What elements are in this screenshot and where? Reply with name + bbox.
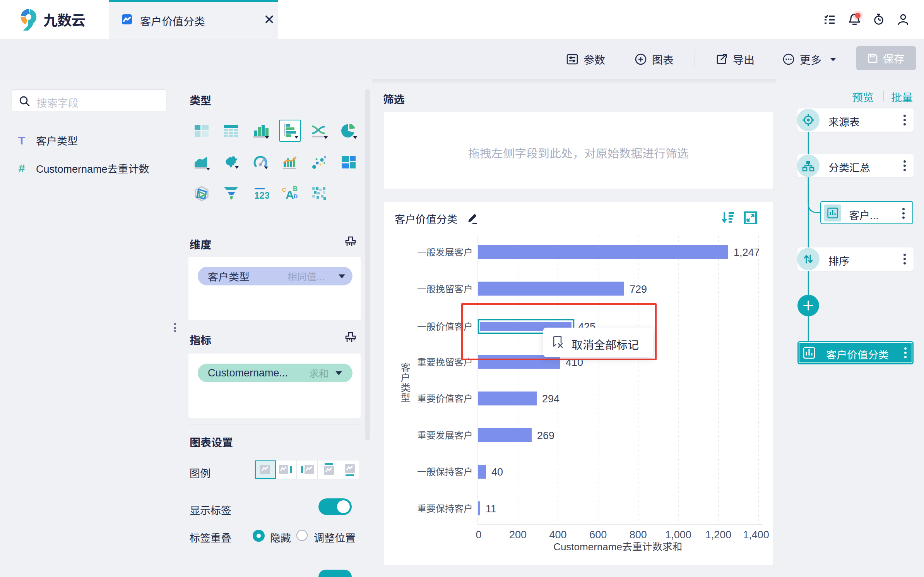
svg-text:1,247: 1,247	[734, 247, 760, 258]
svg-text:600: 600	[589, 529, 607, 541]
svg-text:Customername去重计数求和: Customername去重计数求和	[553, 541, 683, 553]
svg-text:类: 类	[400, 382, 410, 393]
svg-text:客: 客	[400, 362, 410, 373]
svg-text:400: 400	[549, 529, 567, 541]
svg-text:294: 294	[542, 393, 560, 405]
svg-text:重要发展客户: 重要发展客户	[417, 430, 473, 441]
svg-text:40: 40	[491, 466, 503, 478]
svg-text:0: 0	[476, 529, 481, 541]
svg-text:一般挽留客户: 一般挽留客户	[417, 284, 473, 294]
svg-text:123: 123	[254, 190, 269, 201]
svg-text:D: D	[294, 193, 298, 199]
svg-text:重要保持客户: 重要保持客户	[417, 503, 473, 514]
svg-text:重要价值客户: 重要价值客户	[417, 393, 473, 404]
svg-text:1,200: 1,200	[705, 529, 732, 541]
svg-text:269: 269	[537, 430, 554, 441]
svg-text:11: 11	[486, 503, 496, 515]
svg-text:729: 729	[630, 283, 647, 295]
svg-text:户: 户	[400, 372, 410, 383]
svg-text:一般保持客户: 一般保持客户	[417, 467, 473, 477]
svg-text:200: 200	[509, 529, 527, 541]
svg-text:1,400: 1,400	[743, 529, 769, 541]
svg-text:型: 型	[400, 392, 410, 403]
svg-text:1,000: 1,000	[665, 529, 691, 541]
svg-text:800: 800	[630, 529, 647, 541]
svg-text:一般发展客户: 一般发展客户	[417, 247, 473, 258]
svg-text:B: B	[293, 185, 298, 192]
